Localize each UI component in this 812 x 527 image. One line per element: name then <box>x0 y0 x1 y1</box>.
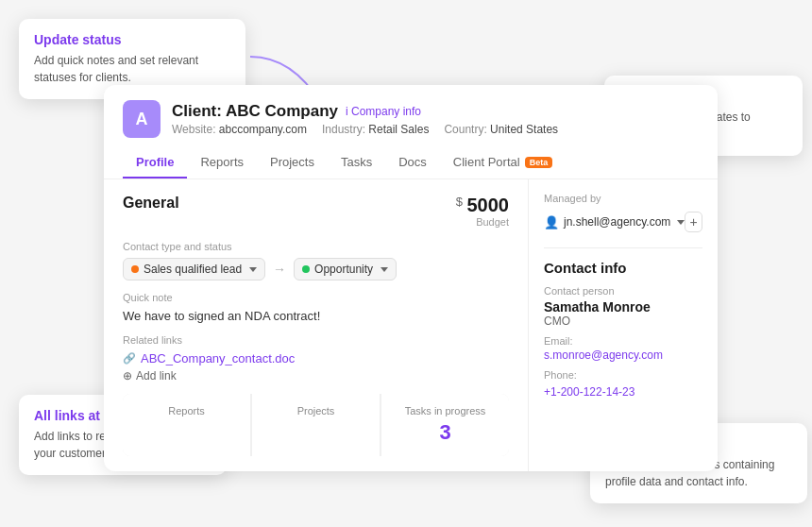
budget-display: $ 5000 Budget <box>456 195 509 228</box>
left-panel: General $ 5000 Budget Contact type and s… <box>104 179 529 471</box>
phone-label: Phone: <box>544 369 702 381</box>
related-link[interactable]: 🔗 ABC_Company_contact.doc <box>123 351 509 366</box>
add-link-button[interactable]: ⊕ Add link <box>123 369 509 382</box>
status-dot-orange <box>131 265 139 273</box>
quick-note-text: We have to signed an NDA contract! <box>123 309 509 323</box>
tab-reports[interactable]: Reports <box>187 147 257 178</box>
content-area: General $ 5000 Budget Contact type and s… <box>104 179 718 471</box>
contact-phone: +1-200-122-14-23 <box>544 385 634 399</box>
add-link-icon: ⊕ <box>123 369 132 382</box>
manager-email: jn.shell@agency.com <box>564 215 670 229</box>
status-row: Sales qualified lead → Opportunity <box>123 258 509 280</box>
stat-tasks[interactable]: Tasks in progress 3 <box>381 394 509 456</box>
country-meta: Country: United States <box>444 123 558 136</box>
client-meta: Website: abccompany.com Industry: Retail… <box>172 123 558 136</box>
tab-client-portal[interactable]: Client Portal Beta <box>440 147 566 178</box>
status-to-badge[interactable]: Opportunity <box>294 258 397 280</box>
contact-email-link[interactable]: s.monroe@agency.com <box>544 348 702 362</box>
stat-projects[interactable]: Projects <box>252 394 381 456</box>
link-file-icon: 🔗 <box>123 352 136 365</box>
client-name: Client: ABC Company <box>172 102 338 121</box>
general-title: General <box>123 195 179 212</box>
tab-tasks[interactable]: Tasks <box>328 147 385 178</box>
contact-person-label: Contact person <box>544 285 702 297</box>
stat-reports[interactable]: Reports <box>123 394 251 456</box>
contact-type-label: Contact type and status <box>123 241 509 252</box>
budget-symbol: $ <box>456 195 463 209</box>
client-title-info: Client: ABC Company i Company info Websi… <box>172 102 558 136</box>
tab-profile[interactable]: Profile <box>123 147 187 178</box>
website-meta: Website: abccompany.com <box>172 123 307 136</box>
manager-chevron-icon <box>677 220 685 225</box>
managed-by-section: Managed by 👤 jn.shell@agency.com + <box>544 193 702 232</box>
person-icon: 👤 <box>544 215 559 230</box>
tab-projects[interactable]: Projects <box>257 147 328 178</box>
budget-amount: 5000 <box>467 195 510 215</box>
tabs-row: Profile Reports Projects Tasks Docs Clie… <box>123 147 699 178</box>
chevron-down-icon-2 <box>381 267 388 272</box>
status-to-label: Opportunity <box>314 263 373 276</box>
beta-badge: Beta <box>525 157 553 168</box>
stats-row: Reports Projects Tasks in progress 3 <box>123 394 509 456</box>
tab-docs[interactable]: Docs <box>385 147 440 178</box>
avatar: A <box>123 100 161 138</box>
stat-reports-label: Reports <box>132 405 241 416</box>
status-from-label: Sales qualified lead <box>144 263 242 276</box>
update-status-text: Add quick notes and set relevant statuse… <box>34 52 230 86</box>
stat-projects-label: Projects <box>262 405 370 416</box>
contact-role: CMO <box>544 314 702 328</box>
status-from-badge[interactable]: Sales qualified lead <box>123 258 265 280</box>
related-links-section: Related links 🔗 ABC_Company_contact.doc … <box>123 334 509 382</box>
contact-info-section: Contact info Contact person Samatha Monr… <box>544 247 702 400</box>
manager-info: 👤 jn.shell@agency.com <box>544 215 685 230</box>
contact-name: Samatha Monroe <box>544 299 702 314</box>
stat-tasks-label: Tasks in progress <box>391 405 499 416</box>
contact-info-title: Contact info <box>544 260 702 276</box>
main-panel: A Client: ABC Company i Company info Web… <box>104 85 718 471</box>
quick-note-section: Quick note We have to signed an NDA cont… <box>123 292 509 323</box>
add-manager-button[interactable]: + <box>685 212 702 232</box>
stat-tasks-value: 3 <box>391 420 499 445</box>
quick-note-label: Quick note <box>123 292 509 303</box>
related-links-label: Related links <box>123 334 509 346</box>
update-status-title: Update status <box>34 32 230 47</box>
managed-by-label: Managed by <box>544 193 702 204</box>
arrow-right-icon: → <box>273 262 286 277</box>
company-info-link[interactable]: i Company info <box>346 105 421 118</box>
status-dot-green <box>302 265 310 273</box>
chevron-down-icon <box>249 267 257 272</box>
budget-label: Budget <box>456 216 509 228</box>
industry-meta: Industry: Retail Sales <box>322 123 429 136</box>
right-panel: Managed by 👤 jn.shell@agency.com + Conta… <box>529 179 718 471</box>
client-header: A Client: ABC Company i Company info Web… <box>104 85 718 179</box>
email-label: Email: <box>544 335 702 347</box>
